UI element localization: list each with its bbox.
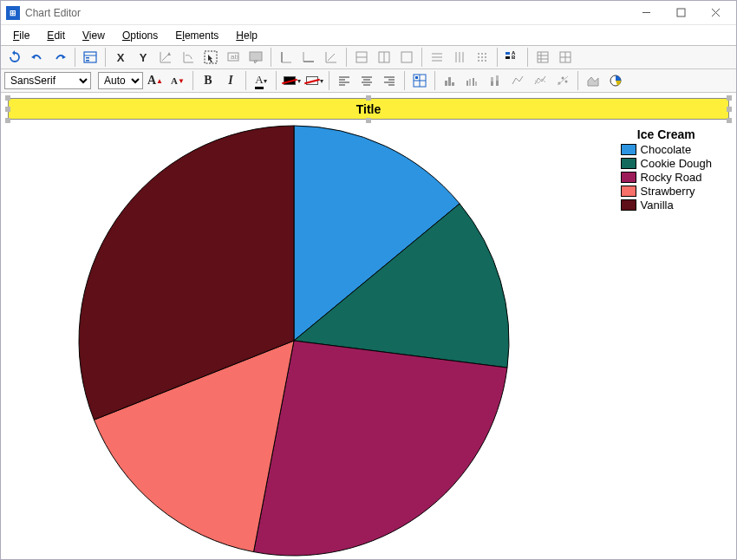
undo-cycle-icon[interactable]	[4, 48, 25, 67]
svg-rect-79	[469, 79, 471, 86]
titlebar: ⊞ Chart Editor	[1, 1, 736, 25]
pie-chart[interactable]	[77, 124, 511, 557]
fill-color-icon[interactable]: ▾	[281, 71, 302, 90]
diagonal-icon[interactable]	[321, 48, 342, 67]
x-axis-icon[interactable]: X	[110, 48, 131, 67]
multi-line-icon[interactable]	[530, 71, 551, 90]
align-left-icon[interactable]	[334, 71, 355, 90]
legend-item[interactable]: Cookie Dough	[621, 157, 712, 170]
maximize-button[interactable]	[663, 2, 698, 24]
increase-font-icon[interactable]: A▲	[145, 71, 166, 90]
legend-item[interactable]: Chocolate	[621, 143, 712, 156]
legend-item[interactable]: Vanilla	[621, 199, 712, 212]
select-tool-icon[interactable]	[200, 48, 221, 67]
decrease-font-icon[interactable]: A▼	[167, 71, 188, 90]
svg-point-40	[481, 53, 483, 55]
selection-handle[interactable]	[727, 107, 732, 112]
table-icon[interactable]	[532, 48, 553, 67]
pie-icon[interactable]	[605, 71, 626, 90]
legend-label: Vanilla	[641, 199, 674, 212]
label-tool-icon[interactable]: ab	[223, 48, 244, 67]
rotate-icon[interactable]	[178, 48, 199, 67]
y-axis-icon[interactable]: Y	[133, 48, 153, 67]
close-button[interactable]	[698, 2, 733, 24]
legend-item[interactable]: Strawberry	[621, 185, 712, 198]
app-icon: ⊞	[6, 6, 20, 20]
axis-left-icon[interactable]	[276, 48, 297, 67]
svg-rect-9	[86, 57, 89, 59]
undo-icon[interactable]	[27, 48, 48, 67]
axis-bottom-icon[interactable]	[298, 48, 319, 67]
bar-chart-icon[interactable]	[440, 71, 460, 90]
italic-icon[interactable]: I	[220, 71, 241, 90]
menubar: File Edit View Options Elements Help	[1, 25, 736, 46]
properties-icon[interactable]	[80, 48, 101, 67]
menu-elements[interactable]: Elements	[166, 28, 227, 43]
pie-slice[interactable]	[254, 341, 508, 556]
svg-rect-81	[475, 81, 477, 86]
border-color-icon[interactable]: ▾	[303, 71, 324, 90]
bold-icon[interactable]: B	[198, 71, 218, 90]
svg-point-42	[478, 56, 479, 58]
stacked-bar-icon[interactable]	[485, 71, 505, 90]
annotation-tool-icon[interactable]	[245, 48, 266, 67]
menu-help[interactable]: Help	[227, 28, 266, 43]
align-right-icon[interactable]	[379, 71, 400, 90]
svg-rect-75	[445, 81, 447, 86]
font-family-select[interactable]: SansSerif	[4, 72, 91, 89]
chart-canvas[interactable]: Title Ice Cream ChocolateCookie DoughRoc…	[1, 93, 736, 557]
font-color-icon[interactable]: A▾	[251, 71, 271, 90]
toolbar-1: X Y ab AB	[1, 46, 736, 69]
grid2-icon[interactable]	[555, 48, 576, 67]
grid-v-icon[interactable]	[449, 48, 470, 67]
legend-list-icon[interactable]: AB	[502, 48, 523, 67]
selection-handle[interactable]	[366, 95, 371, 101]
svg-rect-49	[505, 56, 510, 59]
selection-handle[interactable]	[5, 107, 10, 112]
svg-point-43	[481, 56, 483, 58]
svg-point-41	[485, 53, 486, 55]
chart-grid-icon[interactable]	[409, 71, 430, 90]
svg-marker-6	[62, 55, 66, 59]
svg-point-88	[565, 81, 568, 83]
minimize-button[interactable]	[629, 2, 663, 24]
legend-swatch	[621, 186, 636, 197]
svg-point-87	[562, 77, 564, 80]
grid-h-icon[interactable]	[427, 48, 447, 67]
grouped-bar-icon[interactable]	[462, 71, 483, 90]
transpose-icon[interactable]	[155, 48, 176, 67]
scatter-icon[interactable]	[552, 71, 573, 90]
legend-label: Cookie Dough	[641, 157, 712, 170]
legend[interactable]: Ice Cream ChocolateCookie DoughRocky Roa…	[621, 127, 712, 212]
frame3-icon[interactable]	[396, 48, 417, 67]
chart-title-box[interactable]: Title	[8, 98, 729, 120]
frame1-icon[interactable]	[351, 48, 372, 67]
selection-handle[interactable]	[727, 95, 732, 101]
menu-edit[interactable]: Edit	[38, 28, 74, 43]
legend-item[interactable]: Rocky Road	[621, 171, 712, 184]
svg-rect-77	[452, 82, 454, 86]
svg-rect-85	[496, 81, 499, 86]
menu-options[interactable]: Options	[114, 28, 166, 43]
frame2-icon[interactable]	[374, 48, 395, 67]
area-icon[interactable]	[583, 71, 603, 90]
svg-point-39	[478, 53, 479, 55]
svg-marker-13	[167, 52, 171, 55]
line-chart-icon[interactable]	[507, 71, 528, 90]
redo-icon[interactable]	[49, 48, 70, 67]
font-size-select[interactable]: Auto	[98, 72, 143, 89]
svg-rect-80	[473, 78, 474, 86]
legend-label: Rocky Road	[641, 171, 702, 184]
selection-handle[interactable]	[366, 118, 371, 123]
align-center-icon[interactable]	[356, 71, 377, 90]
menu-file[interactable]: File	[4, 28, 38, 43]
svg-point-44	[485, 56, 486, 58]
chart-title-text: Title	[356, 102, 382, 116]
svg-rect-74	[415, 76, 418, 79]
selection-handle[interactable]	[5, 95, 10, 101]
menu-view[interactable]: View	[74, 28, 114, 43]
window-title: Chart Editor	[25, 7, 629, 19]
selection-handle[interactable]	[5, 118, 10, 123]
grid-dots-icon[interactable]	[472, 48, 492, 67]
selection-handle[interactable]	[727, 118, 732, 123]
